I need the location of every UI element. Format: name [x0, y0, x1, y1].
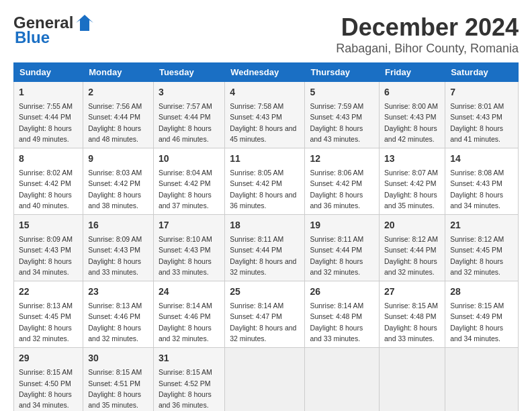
day-number: 6 [384, 85, 440, 99]
day-info: Sunrise: 8:09 AM Sunset: 4:43 PM Dayligh… [88, 234, 148, 277]
day-info: Sunrise: 8:14 AM Sunset: 4:48 PM Dayligh… [310, 300, 374, 344]
day-info: Sunrise: 8:11 AM Sunset: 4:44 PM Dayligh… [310, 234, 374, 277]
calendar-cell: 1Sunrise: 7:55 AM Sunset: 4:44 PM Daylig… [14, 82, 83, 148]
calendar-cell: 27Sunrise: 8:15 AM Sunset: 4:48 PM Dayli… [379, 281, 445, 348]
calendar-cell: 15Sunrise: 8:09 AM Sunset: 4:43 PM Dayli… [14, 215, 83, 281]
calendar-cell: 2Sunrise: 7:56 AM Sunset: 4:44 PM Daylig… [83, 82, 154, 148]
day-number: 8 [19, 152, 78, 166]
col-header-saturday: Saturday [445, 63, 519, 82]
day-number: 18 [230, 218, 300, 232]
calendar-table: SundayMondayTuesdayWednesdayThursdayFrid… [13, 62, 519, 411]
day-number: 11 [230, 152, 300, 166]
day-number: 24 [159, 285, 220, 299]
day-info: Sunrise: 8:03 AM Sunset: 4:42 PM Dayligh… [88, 167, 148, 211]
calendar-cell: 4Sunrise: 7:58 AM Sunset: 4:43 PM Daylig… [225, 82, 305, 148]
calendar-cell: 26Sunrise: 8:14 AM Sunset: 4:48 PM Dayli… [305, 281, 380, 348]
day-info: Sunrise: 8:10 AM Sunset: 4:43 PM Dayligh… [159, 234, 220, 277]
day-info: Sunrise: 8:07 AM Sunset: 4:42 PM Dayligh… [384, 167, 440, 211]
day-info: Sunrise: 8:01 AM Sunset: 4:43 PM Dayligh… [450, 101, 513, 144]
calendar-cell: 13Sunrise: 8:07 AM Sunset: 4:42 PM Dayli… [379, 148, 445, 215]
day-number: 22 [19, 285, 78, 299]
day-info: Sunrise: 8:06 AM Sunset: 4:42 PM Dayligh… [310, 167, 374, 211]
day-info: Sunrise: 7:55 AM Sunset: 4:44 PM Dayligh… [19, 101, 78, 144]
day-number: 10 [159, 152, 220, 166]
day-info: Sunrise: 8:00 AM Sunset: 4:43 PM Dayligh… [384, 101, 440, 144]
svg-marker-0 [76, 15, 93, 31]
calendar-cell: 18Sunrise: 8:11 AM Sunset: 4:44 PM Dayli… [225, 215, 305, 281]
calendar-cell: 21Sunrise: 8:12 AM Sunset: 4:45 PM Dayli… [445, 215, 519, 281]
calendar-week-row: 1Sunrise: 7:55 AM Sunset: 4:44 PM Daylig… [14, 82, 519, 148]
day-number: 4 [230, 85, 300, 99]
calendar-week-row: 29Sunrise: 8:15 AM Sunset: 4:50 PM Dayli… [14, 348, 519, 411]
col-header-thursday: Thursday [305, 63, 380, 82]
calendar-cell: 30Sunrise: 8:15 AM Sunset: 4:51 PM Dayli… [83, 348, 154, 411]
day-info: Sunrise: 8:15 AM Sunset: 4:52 PM Dayligh… [159, 367, 220, 410]
calendar-week-row: 8Sunrise: 8:02 AM Sunset: 4:42 PM Daylig… [14, 148, 519, 215]
day-info: Sunrise: 8:09 AM Sunset: 4:43 PM Dayligh… [19, 234, 78, 277]
calendar-cell: 11Sunrise: 8:05 AM Sunset: 4:42 PM Dayli… [225, 148, 305, 215]
page-title: December 2024 [336, 13, 519, 42]
calendar-cell: 19Sunrise: 8:11 AM Sunset: 4:44 PM Dayli… [305, 215, 380, 281]
calendar-cell: 10Sunrise: 8:04 AM Sunset: 4:42 PM Dayli… [153, 148, 224, 215]
day-info: Sunrise: 8:12 AM Sunset: 4:45 PM Dayligh… [450, 234, 513, 277]
day-number: 2 [88, 85, 148, 99]
day-number: 26 [310, 285, 374, 299]
day-info: Sunrise: 8:12 AM Sunset: 4:44 PM Dayligh… [384, 234, 440, 277]
day-number: 7 [450, 85, 513, 99]
calendar-cell [225, 348, 305, 411]
calendar-week-row: 15Sunrise: 8:09 AM Sunset: 4:43 PM Dayli… [14, 215, 519, 281]
calendar-cell: 17Sunrise: 8:10 AM Sunset: 4:43 PM Dayli… [153, 215, 224, 281]
day-info: Sunrise: 8:11 AM Sunset: 4:44 PM Dayligh… [230, 234, 300, 277]
col-header-friday: Friday [379, 63, 445, 82]
day-number: 9 [88, 152, 148, 166]
col-header-wednesday: Wednesday [225, 63, 305, 82]
day-number: 28 [450, 285, 513, 299]
day-info: Sunrise: 8:04 AM Sunset: 4:42 PM Dayligh… [159, 167, 220, 211]
day-info: Sunrise: 8:15 AM Sunset: 4:51 PM Dayligh… [88, 367, 148, 410]
day-number: 20 [384, 218, 440, 232]
day-number: 31 [159, 351, 220, 365]
title-block: December 2024 Rabagani, Bihor County, Ro… [336, 13, 519, 56]
calendar-cell: 16Sunrise: 8:09 AM Sunset: 4:43 PM Dayli… [83, 215, 154, 281]
col-header-sunday: Sunday [14, 63, 83, 82]
calendar-cell: 6Sunrise: 8:00 AM Sunset: 4:43 PM Daylig… [379, 82, 445, 148]
calendar-cell: 9Sunrise: 8:03 AM Sunset: 4:42 PM Daylig… [83, 148, 154, 215]
day-number: 23 [88, 285, 148, 299]
calendar-cell [379, 348, 445, 411]
day-number: 17 [159, 218, 220, 232]
day-number: 29 [19, 351, 78, 365]
day-number: 27 [384, 285, 440, 299]
day-info: Sunrise: 8:15 AM Sunset: 4:50 PM Dayligh… [19, 367, 78, 410]
calendar-cell: 8Sunrise: 8:02 AM Sunset: 4:42 PM Daylig… [14, 148, 83, 215]
day-info: Sunrise: 8:14 AM Sunset: 4:47 PM Dayligh… [230, 300, 300, 344]
calendar-cell: 22Sunrise: 8:13 AM Sunset: 4:45 PM Dayli… [14, 281, 83, 348]
day-number: 12 [310, 152, 374, 166]
day-number: 1 [19, 85, 78, 99]
calendar-cell: 25Sunrise: 8:14 AM Sunset: 4:47 PM Dayli… [225, 281, 305, 348]
day-number: 14 [450, 152, 513, 166]
calendar-cell: 24Sunrise: 8:14 AM Sunset: 4:46 PM Dayli… [153, 281, 224, 348]
logo-bird-icon [75, 13, 95, 32]
col-header-tuesday: Tuesday [153, 63, 224, 82]
day-number: 21 [450, 218, 513, 232]
calendar-cell: 7Sunrise: 8:01 AM Sunset: 4:43 PM Daylig… [445, 82, 519, 148]
calendar-cell: 23Sunrise: 8:13 AM Sunset: 4:46 PM Dayli… [83, 281, 154, 348]
calendar-cell: 14Sunrise: 8:08 AM Sunset: 4:43 PM Dayli… [445, 148, 519, 215]
day-info: Sunrise: 8:15 AM Sunset: 4:49 PM Dayligh… [450, 300, 513, 344]
day-info: Sunrise: 8:14 AM Sunset: 4:46 PM Dayligh… [159, 300, 220, 344]
page-header: General Blue December 2024 Rabagani, Bih… [13, 13, 519, 56]
calendar-cell: 28Sunrise: 8:15 AM Sunset: 4:49 PM Dayli… [445, 281, 519, 348]
logo-blue: Blue [15, 28, 50, 47]
day-number: 16 [88, 218, 148, 232]
day-number: 25 [230, 285, 300, 299]
day-number: 5 [310, 85, 374, 99]
day-number: 3 [159, 85, 220, 99]
day-info: Sunrise: 8:08 AM Sunset: 4:43 PM Dayligh… [450, 167, 513, 211]
col-header-monday: Monday [83, 63, 154, 82]
page-subtitle: Rabagani, Bihor County, Romania [336, 42, 519, 56]
calendar-cell: 29Sunrise: 8:15 AM Sunset: 4:50 PM Dayli… [14, 348, 83, 411]
calendar-cell: 12Sunrise: 8:06 AM Sunset: 4:42 PM Dayli… [305, 148, 380, 215]
day-info: Sunrise: 7:56 AM Sunset: 4:44 PM Dayligh… [88, 101, 148, 144]
calendar-header-row: SundayMondayTuesdayWednesdayThursdayFrid… [14, 63, 519, 82]
calendar-cell: 3Sunrise: 7:57 AM Sunset: 4:44 PM Daylig… [153, 82, 224, 148]
